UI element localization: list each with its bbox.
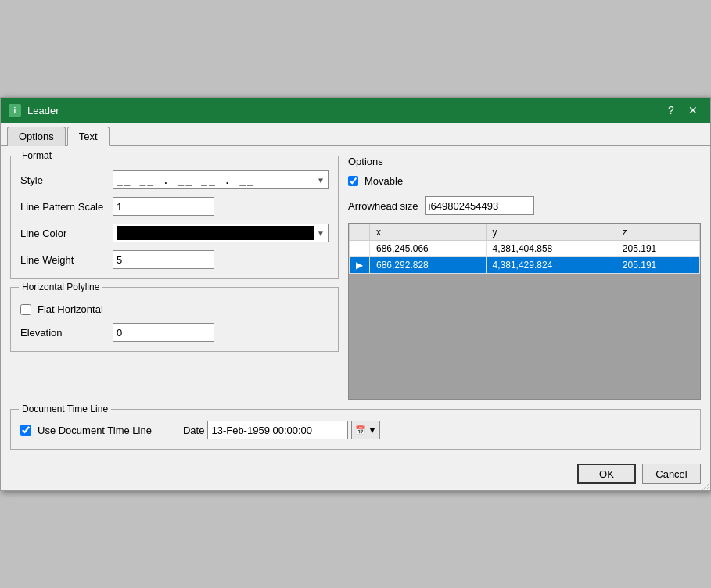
options-section: Options Movable Arrowhead size (348, 156, 701, 215)
line-pattern-label: Line Pattern Scale (20, 201, 106, 213)
line-color-row: Line Color ▼ (20, 224, 329, 242)
document-timeline-section: Document Time Line Use Document Time Lin… (1, 409, 710, 457)
right-panel: Options Movable Arrowhead size x (348, 156, 701, 400)
movable-row: Movable (348, 175, 701, 187)
elevation-row: Elevation (20, 323, 329, 342)
color-swatch (117, 226, 314, 240)
horizontal-polyline-group: Horizontal Polyline Flat Horizontal Elev… (10, 287, 339, 352)
leader-dialog: i Leader ? ✕ Options Text Format Style _… (0, 97, 711, 491)
row2-z: 205.191 (616, 257, 699, 274)
row2-marker: ▶ (350, 257, 370, 274)
elevation-label: Elevation (20, 327, 106, 339)
document-timeline-content: Use Document Time Line Date 📅 ▼ (20, 421, 691, 439)
elevation-input[interactable] (113, 323, 214, 342)
date-field-wrapper: Date 📅 ▼ (183, 421, 380, 439)
date-picker-button[interactable]: 📅 ▼ (351, 421, 380, 439)
col-header-marker (350, 224, 370, 241)
row2-y: 4,381,429.824 (486, 257, 616, 274)
calendar-icon: 📅 (355, 425, 366, 436)
style-label: Style (20, 174, 106, 186)
tab-bar: Options Text (1, 123, 710, 146)
line-weight-label: Line Weight (20, 254, 106, 266)
options-section-title: Options (348, 156, 701, 167)
use-document-row: Use Document Time Line (20, 425, 152, 436)
row1-marker (350, 241, 370, 257)
style-row: Style __ __ . __ __ . __ ▼ (20, 170, 329, 189)
table-row[interactable]: ▶ 686,292.828 4,381,429.824 205.191 (350, 257, 700, 274)
col-header-z: z (616, 224, 699, 241)
arrowhead-size-input[interactable] (425, 196, 534, 215)
col-header-y: y (486, 224, 616, 241)
help-button[interactable]: ? (662, 102, 680, 118)
use-document-label: Use Document Time Line (38, 425, 152, 436)
left-panel: Format Style __ __ . __ __ . __ ▼ Line P… (10, 156, 339, 400)
document-timeline-title: Document Time Line (19, 403, 111, 414)
coordinate-table-wrapper: x y z 686,245.066 4,381,404.858 205.191 (348, 223, 701, 400)
tab-text[interactable]: Text (67, 127, 110, 146)
horizontal-polyline-title: Horizontal Polyline (19, 281, 102, 292)
row1-x: 686,245.066 (370, 241, 487, 257)
row2-x: 686,292.828 (370, 257, 487, 274)
close-button[interactable]: ✕ (684, 102, 702, 118)
line-color-label: Line Color (20, 228, 106, 239)
document-timeline-group: Document Time Line Use Document Time Lin… (10, 409, 701, 450)
coordinate-table: x y z 686,245.066 4,381,404.858 205.191 (349, 224, 700, 274)
ok-button[interactable]: OK (577, 464, 636, 484)
date-label: Date (183, 425, 204, 436)
row1-z: 205.191 (616, 241, 699, 257)
row1-y: 4,381,404.858 (486, 241, 616, 257)
line-pattern-input[interactable] (113, 197, 214, 216)
cancel-button[interactable]: Cancel (642, 464, 701, 484)
format-group: Format Style __ __ . __ __ . __ ▼ Line P… (10, 156, 339, 279)
table-empty-area (349, 274, 700, 399)
table-row[interactable]: 686,245.066 4,381,404.858 205.191 (350, 241, 700, 257)
arrowhead-size-label: Arrowhead size (348, 200, 418, 212)
line-weight-row: Line Weight (20, 250, 329, 269)
line-color-dropdown[interactable]: ▼ (113, 224, 329, 242)
flat-horizontal-label: Flat Horizontal (38, 303, 103, 315)
movable-label: Movable (364, 175, 403, 187)
title-buttons: ? ✕ (662, 102, 702, 118)
main-content: Format Style __ __ . __ __ . __ ▼ Line P… (1, 146, 710, 409)
line-weight-input[interactable] (113, 250, 214, 269)
dialog-footer: OK Cancel (1, 457, 710, 490)
style-select[interactable]: __ __ . __ __ . __ ▼ (113, 170, 329, 189)
line-pattern-row: Line Pattern Scale (20, 197, 329, 216)
date-btn-arrow: ▼ (368, 425, 376, 435)
style-arrow-icon: ▼ (318, 176, 325, 185)
tab-options[interactable]: Options (7, 127, 66, 146)
movable-checkbox[interactable] (348, 176, 358, 186)
resize-handle[interactable] (702, 482, 709, 489)
style-value: __ __ . __ __ . __ (117, 174, 255, 186)
title-bar: i Leader ? ✕ (1, 98, 710, 123)
title-bar-left: i Leader (9, 104, 59, 117)
flat-horizontal-row: Flat Horizontal (20, 303, 329, 315)
use-document-checkbox[interactable] (20, 425, 31, 436)
format-group-title: Format (19, 150, 55, 161)
col-header-x: x (370, 224, 487, 241)
date-input[interactable] (207, 421, 348, 439)
svg-line-2 (708, 489, 709, 491)
arrowhead-row: Arrowhead size (348, 196, 701, 215)
dialog-title: Leader (27, 105, 59, 117)
flat-horizontal-checkbox[interactable] (20, 304, 31, 315)
app-icon: i (9, 104, 21, 117)
color-arrow-icon: ▼ (317, 229, 325, 238)
